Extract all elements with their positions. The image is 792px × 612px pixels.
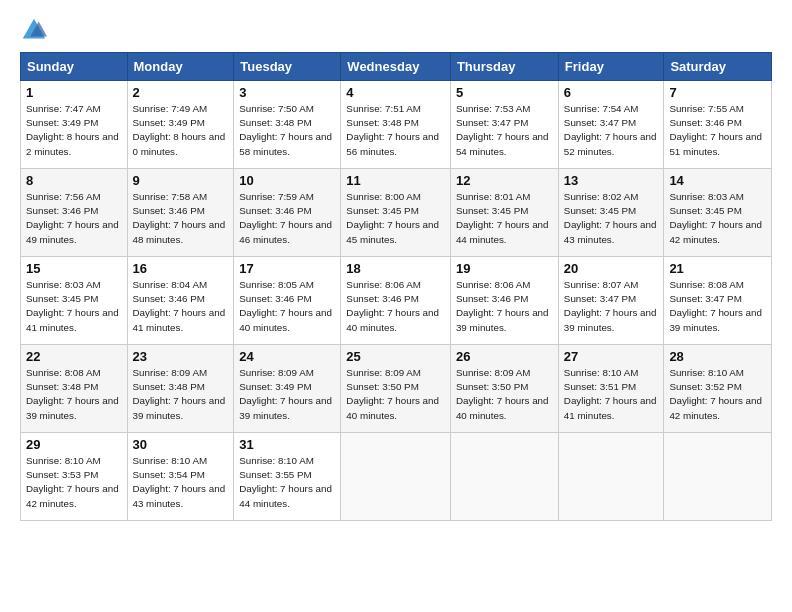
- page: SundayMondayTuesdayWednesdayThursdayFrid…: [0, 0, 792, 531]
- day-number: 25: [346, 349, 445, 364]
- day-cell: 27Sunrise: 8:10 AMSunset: 3:51 PMDayligh…: [558, 345, 664, 433]
- day-number: 7: [669, 85, 766, 100]
- day-number: 22: [26, 349, 122, 364]
- day-info: Sunrise: 8:09 AMSunset: 3:50 PMDaylight:…: [346, 366, 445, 423]
- day-info: Sunrise: 8:05 AMSunset: 3:46 PMDaylight:…: [239, 278, 335, 335]
- day-number: 5: [456, 85, 553, 100]
- header-day-saturday: Saturday: [664, 53, 772, 81]
- day-info: Sunrise: 8:10 AMSunset: 3:52 PMDaylight:…: [669, 366, 766, 423]
- day-info: Sunrise: 8:07 AMSunset: 3:47 PMDaylight:…: [564, 278, 659, 335]
- day-cell: 14Sunrise: 8:03 AMSunset: 3:45 PMDayligh…: [664, 169, 772, 257]
- day-info: Sunrise: 7:56 AMSunset: 3:46 PMDaylight:…: [26, 190, 122, 247]
- day-cell: 18Sunrise: 8:06 AMSunset: 3:46 PMDayligh…: [341, 257, 451, 345]
- day-cell: 6Sunrise: 7:54 AMSunset: 3:47 PMDaylight…: [558, 81, 664, 169]
- day-number: 4: [346, 85, 445, 100]
- logo-icon: [20, 16, 48, 44]
- day-number: 14: [669, 173, 766, 188]
- day-cell: 8Sunrise: 7:56 AMSunset: 3:46 PMDaylight…: [21, 169, 128, 257]
- day-info: Sunrise: 8:03 AMSunset: 3:45 PMDaylight:…: [669, 190, 766, 247]
- day-info: Sunrise: 7:49 AMSunset: 3:49 PMDaylight:…: [133, 102, 229, 159]
- day-number: 17: [239, 261, 335, 276]
- day-info: Sunrise: 8:06 AMSunset: 3:46 PMDaylight:…: [456, 278, 553, 335]
- day-number: 1: [26, 85, 122, 100]
- calendar-header-row: SundayMondayTuesdayWednesdayThursdayFrid…: [21, 53, 772, 81]
- day-info: Sunrise: 8:06 AMSunset: 3:46 PMDaylight:…: [346, 278, 445, 335]
- day-info: Sunrise: 7:50 AMSunset: 3:48 PMDaylight:…: [239, 102, 335, 159]
- day-cell: 17Sunrise: 8:05 AMSunset: 3:46 PMDayligh…: [234, 257, 341, 345]
- day-cell: 22Sunrise: 8:08 AMSunset: 3:48 PMDayligh…: [21, 345, 128, 433]
- day-number: 12: [456, 173, 553, 188]
- header-day-monday: Monday: [127, 53, 234, 81]
- day-info: Sunrise: 8:00 AMSunset: 3:45 PMDaylight:…: [346, 190, 445, 247]
- day-number: 6: [564, 85, 659, 100]
- week-row-3: 15Sunrise: 8:03 AMSunset: 3:45 PMDayligh…: [21, 257, 772, 345]
- day-cell: 9Sunrise: 7:58 AMSunset: 3:46 PMDaylight…: [127, 169, 234, 257]
- header: [20, 16, 772, 44]
- day-number: 16: [133, 261, 229, 276]
- day-cell: 3Sunrise: 7:50 AMSunset: 3:48 PMDaylight…: [234, 81, 341, 169]
- day-info: Sunrise: 7:55 AMSunset: 3:46 PMDaylight:…: [669, 102, 766, 159]
- day-info: Sunrise: 7:59 AMSunset: 3:46 PMDaylight:…: [239, 190, 335, 247]
- day-cell: 24Sunrise: 8:09 AMSunset: 3:49 PMDayligh…: [234, 345, 341, 433]
- day-number: 2: [133, 85, 229, 100]
- day-info: Sunrise: 8:10 AMSunset: 3:51 PMDaylight:…: [564, 366, 659, 423]
- day-cell: 26Sunrise: 8:09 AMSunset: 3:50 PMDayligh…: [450, 345, 558, 433]
- day-info: Sunrise: 8:09 AMSunset: 3:48 PMDaylight:…: [133, 366, 229, 423]
- week-row-1: 1Sunrise: 7:47 AMSunset: 3:49 PMDaylight…: [21, 81, 772, 169]
- day-info: Sunrise: 8:04 AMSunset: 3:46 PMDaylight:…: [133, 278, 229, 335]
- day-cell: [664, 433, 772, 521]
- day-number: 20: [564, 261, 659, 276]
- calendar: SundayMondayTuesdayWednesdayThursdayFrid…: [20, 52, 772, 521]
- day-cell: 25Sunrise: 8:09 AMSunset: 3:50 PMDayligh…: [341, 345, 451, 433]
- day-number: 29: [26, 437, 122, 452]
- day-cell: 12Sunrise: 8:01 AMSunset: 3:45 PMDayligh…: [450, 169, 558, 257]
- day-info: Sunrise: 7:53 AMSunset: 3:47 PMDaylight:…: [456, 102, 553, 159]
- day-info: Sunrise: 8:10 AMSunset: 3:53 PMDaylight:…: [26, 454, 122, 511]
- day-info: Sunrise: 7:47 AMSunset: 3:49 PMDaylight:…: [26, 102, 122, 159]
- header-day-sunday: Sunday: [21, 53, 128, 81]
- day-cell: 31Sunrise: 8:10 AMSunset: 3:55 PMDayligh…: [234, 433, 341, 521]
- day-cell: 29Sunrise: 8:10 AMSunset: 3:53 PMDayligh…: [21, 433, 128, 521]
- day-cell: 13Sunrise: 8:02 AMSunset: 3:45 PMDayligh…: [558, 169, 664, 257]
- day-cell: 4Sunrise: 7:51 AMSunset: 3:48 PMDaylight…: [341, 81, 451, 169]
- day-number: 30: [133, 437, 229, 452]
- day-number: 21: [669, 261, 766, 276]
- day-number: 8: [26, 173, 122, 188]
- day-number: 31: [239, 437, 335, 452]
- day-cell: 11Sunrise: 8:00 AMSunset: 3:45 PMDayligh…: [341, 169, 451, 257]
- day-cell: 23Sunrise: 8:09 AMSunset: 3:48 PMDayligh…: [127, 345, 234, 433]
- day-number: 15: [26, 261, 122, 276]
- day-cell: 16Sunrise: 8:04 AMSunset: 3:46 PMDayligh…: [127, 257, 234, 345]
- day-cell: 5Sunrise: 7:53 AMSunset: 3:47 PMDaylight…: [450, 81, 558, 169]
- day-cell: 1Sunrise: 7:47 AMSunset: 3:49 PMDaylight…: [21, 81, 128, 169]
- day-number: 26: [456, 349, 553, 364]
- day-number: 18: [346, 261, 445, 276]
- day-cell: 30Sunrise: 8:10 AMSunset: 3:54 PMDayligh…: [127, 433, 234, 521]
- day-cell: 10Sunrise: 7:59 AMSunset: 3:46 PMDayligh…: [234, 169, 341, 257]
- day-info: Sunrise: 8:01 AMSunset: 3:45 PMDaylight:…: [456, 190, 553, 247]
- day-cell: 7Sunrise: 7:55 AMSunset: 3:46 PMDaylight…: [664, 81, 772, 169]
- header-day-friday: Friday: [558, 53, 664, 81]
- header-day-thursday: Thursday: [450, 53, 558, 81]
- day-info: Sunrise: 8:10 AMSunset: 3:54 PMDaylight:…: [133, 454, 229, 511]
- week-row-4: 22Sunrise: 8:08 AMSunset: 3:48 PMDayligh…: [21, 345, 772, 433]
- day-info: Sunrise: 7:51 AMSunset: 3:48 PMDaylight:…: [346, 102, 445, 159]
- day-info: Sunrise: 8:08 AMSunset: 3:48 PMDaylight:…: [26, 366, 122, 423]
- day-info: Sunrise: 8:08 AMSunset: 3:47 PMDaylight:…: [669, 278, 766, 335]
- day-info: Sunrise: 8:10 AMSunset: 3:55 PMDaylight:…: [239, 454, 335, 511]
- day-number: 24: [239, 349, 335, 364]
- day-info: Sunrise: 8:09 AMSunset: 3:50 PMDaylight:…: [456, 366, 553, 423]
- day-number: 3: [239, 85, 335, 100]
- day-cell: 19Sunrise: 8:06 AMSunset: 3:46 PMDayligh…: [450, 257, 558, 345]
- header-day-wednesday: Wednesday: [341, 53, 451, 81]
- header-day-tuesday: Tuesday: [234, 53, 341, 81]
- day-cell: 2Sunrise: 7:49 AMSunset: 3:49 PMDaylight…: [127, 81, 234, 169]
- day-cell: 28Sunrise: 8:10 AMSunset: 3:52 PMDayligh…: [664, 345, 772, 433]
- day-number: 9: [133, 173, 229, 188]
- day-number: 13: [564, 173, 659, 188]
- day-info: Sunrise: 7:58 AMSunset: 3:46 PMDaylight:…: [133, 190, 229, 247]
- day-number: 23: [133, 349, 229, 364]
- day-cell: 15Sunrise: 8:03 AMSunset: 3:45 PMDayligh…: [21, 257, 128, 345]
- day-cell: [450, 433, 558, 521]
- week-row-2: 8Sunrise: 7:56 AMSunset: 3:46 PMDaylight…: [21, 169, 772, 257]
